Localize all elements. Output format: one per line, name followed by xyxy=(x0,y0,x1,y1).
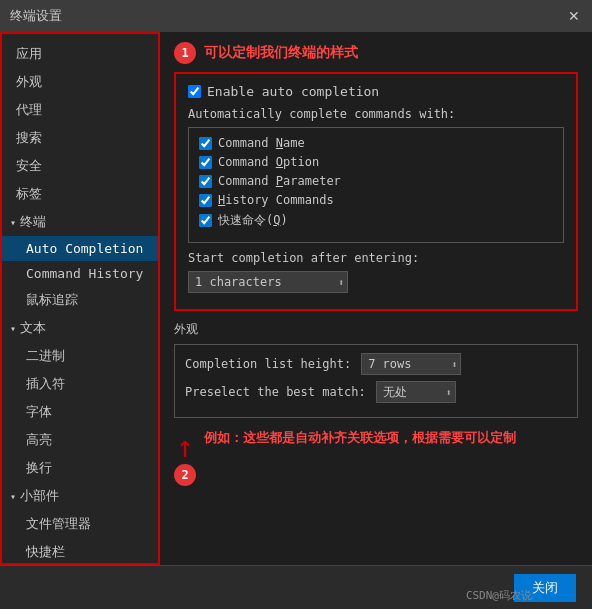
list-height-select-wrapper: 7 rows 5 rows 10 rows xyxy=(361,353,461,375)
quick-cmd-label: 快速命令(Q) xyxy=(218,212,288,229)
main-panel: 1 可以定制我们终端的样式 Enable auto completion Aut… xyxy=(160,32,592,565)
cmd-option-row: Command Option xyxy=(199,155,553,169)
list-height-select[interactable]: 7 rows 5 rows 10 rows xyxy=(361,353,461,375)
title-bar: 终端设置 ✕ xyxy=(0,0,592,32)
annotation-1: 1 可以定制我们终端的样式 xyxy=(174,42,578,64)
annotation-1-text: 可以定制我们终端的样式 xyxy=(204,42,358,62)
characters-select-wrapper: 1 characters 2 characters 3 characters xyxy=(188,271,348,293)
auto-complete-label: Automatically complete commands with: xyxy=(188,107,564,121)
dialog: 终端设置 ✕ 应用外观代理搜索安全标签▾终端Auto CompletionCom… xyxy=(0,0,592,609)
preselect-row: Preselect the best match: 无处 Always xyxy=(185,381,567,403)
cmd-option-label: Command Option xyxy=(218,155,319,169)
sidebar-item-anquan[interactable]: 安全 xyxy=(2,152,158,180)
sidebar-item-gaoliang[interactable]: 高亮 xyxy=(2,426,158,454)
sidebar-item-charufu[interactable]: 插入符 xyxy=(2,370,158,398)
sidebar-item-ziti[interactable]: 字体 xyxy=(2,398,158,426)
list-height-row: Completion list height: 7 rows 5 rows 10… xyxy=(185,353,567,375)
cmd-name-label: Command Name xyxy=(218,136,305,150)
dialog-title: 终端设置 xyxy=(10,7,62,25)
sidebar-group-label: 文本 xyxy=(20,319,46,337)
quick-cmd-checkbox[interactable] xyxy=(199,214,212,227)
sidebar-item-daili[interactable]: 代理 xyxy=(2,96,158,124)
sidebar-item-kuaijielan[interactable]: 快捷栏 xyxy=(2,538,158,565)
content-area: 应用外观代理搜索安全标签▾终端Auto CompletionCommand Hi… xyxy=(0,32,592,565)
preselect-select-wrapper: 无处 Always xyxy=(376,381,456,403)
arrow-icon: ▾ xyxy=(10,323,16,334)
history-cmd-checkbox[interactable] xyxy=(199,194,212,207)
arrow-icon: ▾ xyxy=(10,217,16,228)
list-height-label: Completion list height: xyxy=(185,357,351,371)
enable-label: Enable auto completion xyxy=(207,84,379,99)
cmd-parameter-checkbox[interactable] xyxy=(199,175,212,188)
arrow-bubble-container: ↑ 2 xyxy=(174,428,196,486)
sidebar-item-waiguan[interactable]: 外观 xyxy=(2,68,158,96)
sidebar-group-zhongduan-group[interactable]: ▾终端 xyxy=(2,208,158,236)
sidebar-item-yingyong[interactable]: 应用 xyxy=(2,40,158,68)
dialog-close-button[interactable]: ✕ xyxy=(566,8,582,24)
appearance-label: 外观 xyxy=(174,321,578,338)
sidebar: 应用外观代理搜索安全标签▾终端Auto CompletionCommand Hi… xyxy=(0,32,160,565)
appearance-box: Completion list height: 7 rows 5 rows 10… xyxy=(174,344,578,418)
history-cmd-row: History Commands xyxy=(199,193,553,207)
sidebar-item-command-history[interactable]: Command History xyxy=(2,261,158,286)
sidebar-group-label: 终端 xyxy=(20,213,46,231)
enable-checkbox[interactable] xyxy=(188,85,201,98)
sidebar-item-huanhang[interactable]: 换行 xyxy=(2,454,158,482)
footer: 关闭 CSDN@码农说 xyxy=(0,565,592,609)
sidebar-group-wenben-group[interactable]: ▾文本 xyxy=(2,314,158,342)
annotation-1-number: 1 xyxy=(174,42,196,64)
sidebar-item-auto-completion[interactable]: Auto Completion xyxy=(2,236,158,261)
annotation-2-number: 2 xyxy=(174,464,196,486)
sidebar-item-wenjian-guanli[interactable]: 文件管理器 xyxy=(2,510,158,538)
start-label: Start completion after entering: xyxy=(188,251,564,265)
watermark: CSDN@码农说 xyxy=(466,588,532,603)
cmd-option-checkbox[interactable] xyxy=(199,156,212,169)
preselect-select[interactable]: 无处 Always xyxy=(376,381,456,403)
arrow-icon: ▾ xyxy=(10,491,16,502)
cmd-name-row: Command Name xyxy=(199,136,553,150)
sidebar-item-sousuo[interactable]: 搜索 xyxy=(2,124,158,152)
quick-cmd-row: 快速命令(Q) xyxy=(199,212,553,229)
enable-row: Enable auto completion xyxy=(188,84,564,99)
checkboxes-container: Command Name Command Option Command Para… xyxy=(188,127,564,243)
characters-select[interactable]: 1 characters 2 characters 3 characters xyxy=(188,271,348,293)
settings-box: Enable auto completion Automatically com… xyxy=(174,72,578,311)
sidebar-group-label: 小部件 xyxy=(20,487,59,505)
sidebar-item-erjinzhi[interactable]: 二进制 xyxy=(2,342,158,370)
cmd-parameter-label: Command Parameter xyxy=(218,174,341,188)
cmd-name-checkbox[interactable] xyxy=(199,137,212,150)
cmd-parameter-row: Command Parameter xyxy=(199,174,553,188)
sidebar-item-shubiao-zhuizong[interactable]: 鼠标追踪 xyxy=(2,286,158,314)
annotation-2-text: 例如：这些都是自动补齐关联选项，根据需要可以定制 xyxy=(204,428,516,448)
arrow-up-icon: ↑ xyxy=(176,432,194,462)
sidebar-group-xiaobuji-group[interactable]: ▾小部件 xyxy=(2,482,158,510)
characters-select-row: 1 characters 2 characters 3 characters xyxy=(188,271,564,293)
sidebar-item-biaoqian[interactable]: 标签 xyxy=(2,180,158,208)
annotation-2: ↑ 2 例如：这些都是自动补齐关联选项，根据需要可以定制 xyxy=(174,428,578,486)
history-cmd-label: History Commands xyxy=(218,193,334,207)
preselect-label: Preselect the best match: xyxy=(185,385,366,399)
